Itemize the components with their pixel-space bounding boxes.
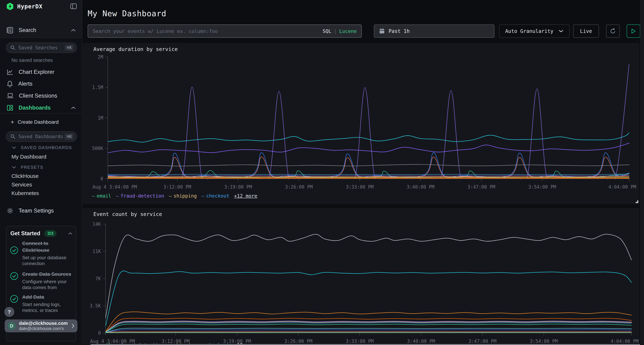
panel-resize-handle[interactable] (636, 200, 638, 203)
get-started-item[interactable]: Connect to ClickHouseSet up your databas… (10, 240, 73, 267)
svg-text:2M: 2M (98, 54, 103, 60)
sidebar: HyperDX Search Saved Searches ⌘K No save… (0, 0, 82, 345)
series-cyan-top (106, 271, 632, 326)
refresh-button[interactable] (606, 24, 620, 38)
user-email: dale@clickhouse.com (19, 321, 68, 326)
preset-dashboard-kubernetes[interactable]: Kubernetes (12, 190, 39, 196)
sidebar-top-section: HyperDX Search (0, 0, 82, 38)
sidebar-item-chart-explorer[interactable]: Chart Explorer (0, 66, 82, 78)
calendar-icon (379, 28, 384, 34)
user-menu[interactable]: D dale@clickhouse.com dale@clickhouse.co… (5, 320, 78, 332)
get-started-item-desc: Start sending logs, metrics, or traces (22, 302, 73, 314)
plus-icon: + (11, 119, 14, 125)
get-started-item-title: Create Data Sources (22, 271, 73, 278)
svg-text:3:47:00 PM: 3:47:00 PM (468, 184, 495, 190)
svg-text:11K: 11K (92, 249, 101, 254)
sidebar-item-label: Search (18, 27, 36, 33)
sidebar-item-client-sessions[interactable]: Client Sessions (0, 90, 82, 101)
legend-more-link[interactable]: +12 more (234, 193, 257, 199)
svg-text:1.5M: 1.5M (92, 85, 103, 90)
get-started-item-desc: Configure where your data comes from (22, 279, 73, 291)
create-dashboard-button[interactable]: + Create Dashboard (0, 117, 82, 128)
svg-text:4:04:00 PM: 4:04:00 PM (608, 184, 636, 190)
sidebar-item-search[interactable]: Search (0, 25, 82, 36)
lucene-language-toggle[interactable]: Lucene (339, 28, 357, 34)
svg-text:3:26:00 PM: 3:26:00 PM (285, 184, 313, 190)
count-chart-plot[interactable]: 03.5K7K11K14KAug 4 3:04:00 PM3:12:00 PM3… (83, 208, 639, 345)
svg-text:3.5K: 3.5K (90, 303, 101, 309)
saved-searches-placeholder: Saved Searches (18, 45, 64, 50)
app-logo[interactable]: HyperDX (6, 2, 42, 10)
chart-legend: —email—fraud-detection—shipping—checkout… (92, 193, 257, 199)
saved-dashboards-input[interactable]: Saved Dashboards ⌘K (6, 131, 77, 142)
vertical-scrollbar-track[interactable] (640, 0, 644, 345)
check-circle-icon (10, 240, 18, 267)
live-button[interactable]: Live (573, 24, 599, 38)
sidebar-collapse-icon[interactable] (70, 3, 77, 10)
sidebar-item-dashboards[interactable]: Dashboards (0, 102, 82, 113)
chevron-down-icon (558, 30, 564, 32)
time-range-picker[interactable]: Past 1h (374, 24, 494, 38)
help-button[interactable]: ? (4, 307, 14, 317)
check-circle-icon (10, 271, 18, 291)
series-lightcyan-low (106, 328, 632, 333)
laptop-icon (7, 93, 14, 99)
legend-item-fraud-detection[interactable]: —fraud-detection (116, 193, 164, 199)
run-query-button[interactable] (627, 24, 640, 38)
svg-text:3:19:00 PM: 3:19:00 PM (224, 184, 252, 190)
sql-language-toggle[interactable]: SQL (322, 28, 331, 34)
chevron-up-icon (71, 29, 76, 32)
granularity-dropdown[interactable]: Auto Granularity (499, 24, 570, 38)
series-blue-spikes (108, 152, 629, 177)
get-started-item[interactable]: Create Data SourcesConfigure where your … (10, 271, 73, 291)
sidebar-item-label: Client Sessions (19, 93, 57, 99)
get-started-item[interactable]: Add DataStart sending logs, metrics, or … (10, 294, 73, 313)
play-icon (631, 28, 636, 34)
search-icon (10, 45, 16, 50)
chevron-down-icon (12, 146, 16, 149)
search-input[interactable] (93, 28, 322, 34)
sidebar-item-team-settings[interactable]: Team Settings (0, 205, 82, 216)
legend-item-checkout[interactable]: —checkout (202, 193, 229, 199)
duration-chart-plot[interactable]: 0500K1M1.5M2MAug 4 3:04:00 PM3:12:00 PM3… (83, 43, 639, 204)
sidebar-item-alerts[interactable]: Alerts (0, 78, 82, 89)
language-toggle-divider: | (334, 28, 337, 34)
help-question-mark: ? (8, 309, 11, 315)
chart-series (99, 234, 632, 333)
preset-dashboard-services[interactable]: Services (12, 182, 32, 188)
refresh-icon (610, 28, 616, 34)
hyperdx-logo-icon (6, 2, 14, 10)
chevron-down-icon (12, 166, 16, 169)
app-root: HyperDX Search Saved Searches ⌘K No save… (0, 0, 644, 345)
svg-text:7K: 7K (95, 276, 101, 281)
chart-series (108, 64, 629, 184)
get-started-item-desc: Set up your database connection (22, 255, 73, 267)
svg-text:3:40:00 PM: 3:40:00 PM (407, 339, 435, 344)
chevron-up-icon[interactable] (68, 232, 73, 235)
sidebar-item-label: Team Settings (18, 208, 54, 214)
chevron-up-icon (71, 106, 76, 109)
saved-dashboard-my-dashboard[interactable]: My Dashboard (12, 154, 46, 160)
chart-panel-count: Event count by service 03.5K7K11K14KAug … (83, 208, 639, 345)
sidebar-divider (0, 113, 82, 114)
chart-panel-duration: Average duration by service 0500K1M1.5M2… (83, 43, 639, 204)
svg-text:3:54:00 PM: 3:54:00 PM (530, 339, 558, 344)
legend-item-shipping[interactable]: —shipping (169, 193, 197, 199)
series-gray-mid (108, 164, 629, 166)
saved-dashboards-group-header[interactable]: SAVED DASHBOARDS (12, 145, 72, 150)
granularity-value: Auto Granularity (505, 28, 554, 34)
app-title: HyperDX (17, 3, 42, 10)
event-search-bar[interactable]: SQL | Lucene (88, 24, 362, 38)
avatar: D (8, 322, 16, 330)
presets-group-header[interactable]: PRESETS (12, 165, 43, 170)
get-started-item-title: Connect to ClickHouse (22, 240, 73, 254)
saved-searches-input[interactable]: Saved Searches ⌘K (6, 42, 77, 53)
svg-text:1M: 1M (98, 115, 103, 121)
horizontal-scrollbar[interactable] (90, 344, 640, 345)
svg-text:4:04:00 PM: 4:04:00 PM (610, 339, 639, 344)
svg-text:3:54:00 PM: 3:54:00 PM (528, 184, 556, 190)
preset-dashboard-clickhouse[interactable]: ClickHouse (12, 173, 39, 179)
chart-axes (105, 57, 629, 181)
legend-item-email[interactable]: —email (92, 193, 111, 199)
axis-tick-labels: 03.5K7K11K14KAug 4 3:04:00 PM3:12:00 PM3… (90, 222, 639, 344)
